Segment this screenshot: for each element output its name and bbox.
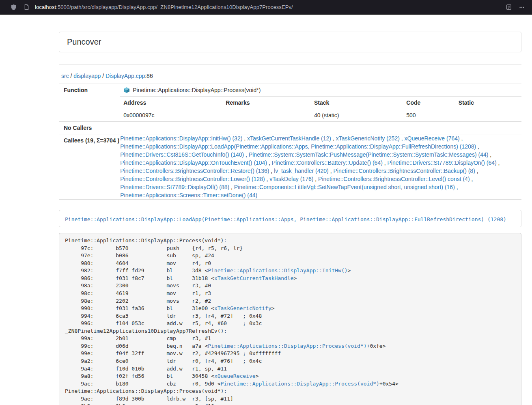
callee-link[interactable]: xQueueReceive (764) [405,135,460,142]
callee-link[interactable]: Pinetime::Drivers::St7789::DisplayOn() (… [388,159,497,166]
breadcrumb: src / displayapp / DisplayApp.cpp:86 [59,73,521,79]
shield-icon[interactable] [8,2,19,13]
main-content: Puncover src / displayapp / DisplayApp.c… [59,32,521,405]
url-bar[interactable]: localhost:5000/path/src/displayapp/Displ… [35,4,293,10]
breadcrumb-line-number: :86 [145,73,153,79]
app-title-panel: Puncover [59,32,521,52]
code-symbol-link[interactable]: xTaskGenericNotify [214,305,271,311]
url-host: localhost [35,4,56,10]
function-name-line: Pinetime::Applications::DisplayApp::Proc… [120,84,521,96]
callee-link[interactable]: Pinetime::Components::LittleVgl::SetNewT… [234,184,455,190]
callees-row: Callees (19, Σ=3704 ) Pinetime::Applicat… [59,134,521,200]
code-symbol-link[interactable]: xQueueReceive [214,373,256,379]
callee-link[interactable]: Pinetime::Controllers::BrightnessControl… [120,168,269,174]
callee-link[interactable]: xTaskGetCurrentTaskHandle (12) [247,135,331,142]
static-value [455,109,521,122]
callee-link[interactable]: Pinetime::Applications::Screens::Timer::… [120,192,257,198]
callee-link[interactable]: Pinetime::Controllers::Battery::Update()… [272,159,383,166]
column-header-address: Address [120,97,222,109]
browser-toolbar: localhost:5000/path/src/displayapp/Displ… [0,0,532,15]
code-symbol-link[interactable]: Pinetime::Applications::DisplayApp::Proc… [221,381,379,387]
breadcrumb-links: src / displayapp / DisplayApp.cpp [61,73,145,79]
divider [59,64,521,65]
callee-link[interactable]: Pinetime::Controllers::BrightnessControl… [333,168,475,174]
column-header-remarks: Remarks [222,97,311,109]
code-symbol-link[interactable]: Pinetime::Applications::DisplayApp::Proc… [208,343,366,349]
callee-link[interactable]: Pinetime::System::SystemTask::PushMessag… [249,151,489,158]
kebab-menu-icon[interactable] [517,2,527,13]
symbol-table: Function Pinetime::Applications::Display… [59,84,521,200]
page-icon[interactable] [21,2,32,13]
callee-link[interactable]: vTaskDelay (176) [269,176,313,182]
details-header-row: Address Remarks Stack Code Static [120,97,521,109]
remarks-value [222,109,311,122]
no-callers-cell [120,122,521,134]
breadcrumb-link[interactable]: src [61,73,69,79]
function-type-icon [123,87,130,93]
callees-label: Callees (19, Σ=3704 ) [59,134,120,200]
code-size-value: 500 [403,109,455,122]
callee-link[interactable]: Pinetime::Applications::DisplayApp::Init… [120,135,242,142]
highlighted-callee-link[interactable]: Pinetime::Applications::DisplayApp::Load… [65,216,506,222]
function-details-table: Address Remarks Stack Code Static 0x0000… [120,96,521,121]
function-cell: Pinetime::Applications::DisplayApp::Proc… [120,84,521,122]
function-row-label: Function [59,84,120,122]
callee-link[interactable]: Pinetime::Controllers::BrightnessControl… [120,176,265,182]
no-callers-label: No Callers [59,122,120,134]
callees-list: Pinetime::Applications::DisplayApp::Init… [120,134,521,200]
stack-value: 40 (static) [311,109,403,122]
details-value-row: 0x0000097c 40 (static) 500 [120,109,521,122]
column-header-code: Code [403,97,455,109]
callee-link[interactable]: Pinetime::Controllers::BrightnessControl… [318,176,470,182]
column-header-stack: Stack [311,97,403,109]
callee-link[interactable]: Pinetime::Applications::DisplayApp::OnTo… [120,159,267,166]
callee-link[interactable]: xTaskGenericNotify (252) [336,135,400,142]
url-path: :5000/path/src/displayapp/DisplayApp.cpp… [56,4,293,10]
breadcrumb-link[interactable]: DisplayApp.cpp [106,73,145,79]
code-symbol-link[interactable]: Pinetime::Applications::DisplayApp::Init… [208,267,347,274]
function-name: Pinetime::Applications::DisplayApp::Proc… [133,87,261,93]
callee-link[interactable]: lv_task_handler (420) [274,168,329,174]
column-header-static: Static [455,97,521,109]
address-value: 0x0000097c [120,109,222,122]
function-row: Function Pinetime::Applications::Display… [59,84,521,122]
highlighted-callee-panel: Pinetime::Applications::DisplayApp::Load… [59,210,521,227]
no-callers-row: No Callers [59,122,521,134]
code-symbol-link[interactable]: xTaskGetCurrentTaskHandle [214,275,294,281]
reader-mode-icon[interactable] [504,2,514,13]
breadcrumb-link[interactable]: displayapp [73,73,101,79]
callee-link[interactable]: Pinetime::Applications::DisplayApp::Load… [120,143,476,150]
app-title: Puncover [67,37,101,46]
disassembly-pre: Pinetime::Applications::DisplayApp::Proc… [59,233,521,405]
callee-link[interactable]: Pinetime::Drivers::Cst816S::GetTouchInfo… [120,151,244,158]
callee-link[interactable]: Pinetime::Drivers::St7789::DisplayOff() … [120,184,229,190]
